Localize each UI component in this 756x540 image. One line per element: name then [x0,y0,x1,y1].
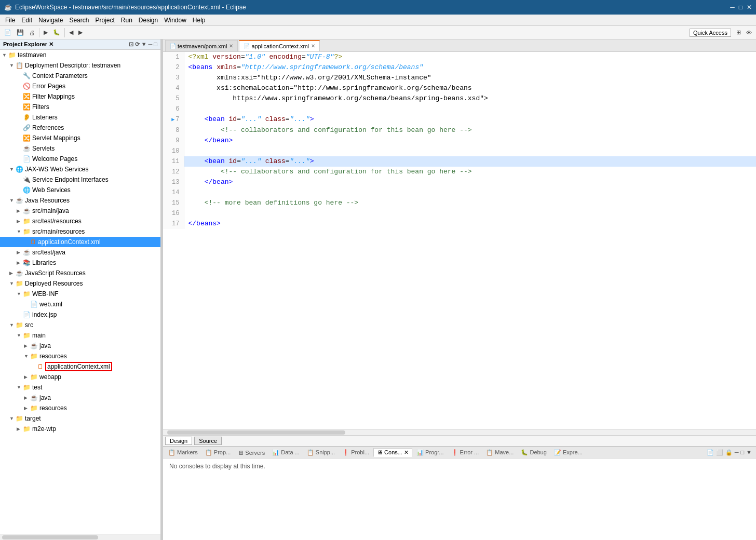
tree-item-webapp[interactable]: ▶📁webapp [0,372,160,382]
tree-item-testmaven[interactable]: ▼📁testmaven [0,50,160,60]
line-content-11[interactable]: <bean id="..." class="..."> [184,156,756,167]
tree-item-m2e-wtp[interactable]: ▶📁m2e-wtp [0,424,160,434]
tree-item-src-main-java[interactable]: ▶☕src/main/java [0,206,160,216]
sidebar-maximize-btn[interactable]: □ [154,41,157,48]
toolbar-new[interactable]: 📄 [2,28,14,37]
tree-item-sei[interactable]: 🔌Service Endpoint Interfaces [0,174,160,185]
tree-item-servlet-mappings[interactable]: 🔀Servlet Mappings [0,133,160,143]
tree-item-java-resources[interactable]: ▼☕Java Resources [0,195,160,206]
line-content-13[interactable]: </bean> [184,177,756,187]
tab-error-log[interactable]: ❗ Error ... [448,449,482,456]
line-content-1[interactable]: <?xml version="1.0" encoding="UTF-8"?> [184,52,756,62]
tree-item-deployed-resources[interactable]: ▼📁Deployed Resources [0,278,160,289]
design-tab[interactable]: Design [165,437,192,445]
tree-item-main[interactable]: ▼📁main [0,330,160,341]
menu-file[interactable]: File [2,16,18,25]
toolbar-forward[interactable]: ▶ [76,28,85,37]
editor-horizontal-scrollbar[interactable] [163,429,756,435]
pom-tab-close[interactable]: ✕ [229,43,233,49]
line-content-8[interactable]: <!-- collaborators and configuration for… [184,125,756,136]
tree-item-test[interactable]: ▼📁test [0,382,160,393]
tab-problems[interactable]: ❗ Probl... [339,449,372,456]
sidebar-collapse-btn[interactable]: ⊡ [129,41,133,48]
menu-search[interactable]: Search [66,16,92,25]
maximize-button[interactable]: □ [739,4,743,11]
sidebar-sync-btn[interactable]: ⟳ [135,41,140,48]
line-content-6[interactable] [184,104,756,114]
line-content-2[interactable]: <beans xmlns="http://www.springframework… [184,62,756,73]
menu-project[interactable]: Project [92,16,117,25]
tree-item-filter-mappings[interactable]: 🔀Filter Mappings [0,91,160,102]
line-content-16[interactable] [184,208,756,219]
bottom-minimize[interactable]: ─ [735,449,739,456]
close-button[interactable]: ✕ [747,4,752,11]
tree-item-applicationContext-src[interactable]: 🗒applicationContext.xml [0,361,160,372]
tree-item-references[interactable]: 🔗References [0,123,160,133]
tab-expressions[interactable]: 📝 Expre... [551,449,586,456]
tree-item-index-jsp[interactable]: 📄index.jsp [0,309,160,320]
sidebar-horizontal-scrollbar[interactable] [0,534,160,540]
tree-item-web-xml[interactable]: 📄web.xml [0,299,160,309]
bottom-display-selected[interactable]: ⬜ [716,449,723,456]
menu-help[interactable]: Help [190,16,209,25]
line-content-5[interactable]: https://www.springframework.org/schema/b… [184,93,756,104]
bottom-maximize[interactable]: □ [740,449,744,456]
quick-access-input[interactable]: Quick Access [690,29,731,37]
code-editor[interactable]: 1<?xml version="1.0" encoding="UTF-8"?>2… [163,52,756,429]
minimize-button[interactable]: ─ [730,4,735,11]
menu-window[interactable]: Window [161,16,190,25]
tab-data[interactable]: 📊 Data ... [269,449,303,456]
tab-maven[interactable]: 📋 Mave... [483,449,517,456]
tree-item-test-resources[interactable]: ▶📁resources [0,403,160,413]
line-content-14[interactable] [184,187,756,198]
toolbar-view[interactable]: 👁 [744,29,754,37]
source-tab[interactable]: Source [194,437,222,445]
toolbar-print[interactable]: 🖨 [27,29,37,37]
menu-navigate[interactable]: Navigate [35,16,66,25]
line-content-12[interactable]: <!-- collaborators and configuration for… [184,167,756,177]
menu-edit[interactable]: Edit [18,16,35,25]
tab-servers[interactable]: 🖥 Servers [235,449,268,456]
tab-debug[interactable]: 🐛 Debug [518,449,549,456]
tree-item-target[interactable]: ▼📁target [0,413,160,424]
tab-progress[interactable]: 📊 Progr... [413,449,447,456]
tree-item-src-test-resources[interactable]: ▶📁src/test/resources [0,216,160,226]
line-content-15[interactable]: <!-- more bean definitions go here --> [184,198,756,208]
tree-item-src-main-resources[interactable]: ▼📁src/main/resources [0,226,160,237]
tab-properties[interactable]: 📋 Prop... [202,449,234,456]
line-content-4[interactable]: xsi:schemaLocation="http://www.springfra… [184,83,756,93]
line-content-9[interactable]: </bean> [184,136,756,146]
toolbar-perspective[interactable]: ⊞ [734,28,743,37]
tree-item-error-pages[interactable]: 🚫Error Pages [0,81,160,91]
tree-item-context-parameters[interactable]: 🔧Context Parameters [0,71,160,81]
tree-item-filters[interactable]: 🔀Filters [0,102,160,112]
tree-item-servlets[interactable]: ☕Servlets [0,143,160,154]
toolbar-back[interactable]: ◀ [67,28,75,37]
sidebar-menu-btn[interactable]: ▼ [141,41,147,48]
line-content-10[interactable] [184,146,756,156]
bottom-view-menu[interactable]: ▼ [746,449,752,456]
tab-pom-xml[interactable]: 📄 testmaven/pom.xml ✕ [165,40,238,51]
toolbar-debug[interactable]: 🐛 [51,28,62,37]
tree-item-welcome-pages[interactable]: 📄Welcome Pages [0,154,160,164]
menu-design[interactable]: Design [136,16,161,25]
tree-item-javascript-resources[interactable]: ▶☕JavaScript Resources [0,268,160,278]
tree-item-src-test-java[interactable]: ▶☕src/test/java [0,247,160,258]
menu-run[interactable]: Run [118,16,136,25]
tree-item-jax-ws[interactable]: ▼🌐JAX-WS Web Services [0,164,160,174]
appctx-tab-close[interactable]: ✕ [311,43,315,49]
sidebar-minimize-btn[interactable]: ─ [148,41,153,48]
tab-console[interactable]: 🖥 Cons... ✕ [373,448,412,457]
tab-markers[interactable]: 📋 Markers [165,449,201,456]
tab-snippets[interactable]: 📋 Snipp... [304,449,338,456]
tree-item-listeners[interactable]: 👂Listeners [0,112,160,123]
tree-item-test-java[interactable]: ▶☕java [0,393,160,403]
tree-item-deployment-descriptor[interactable]: ▼📋Deployment Descriptor: testmaven [0,60,160,71]
tree-item-resources2[interactable]: ▼📁resources [0,351,160,361]
toolbar-save[interactable]: 💾 [15,28,26,37]
bottom-new-console[interactable]: 📄 [707,449,714,456]
tree-item-web-inf[interactable]: ▼📁WEB-INF [0,289,160,299]
bottom-scroll-lock[interactable]: 🔒 [725,449,733,456]
toolbar-run[interactable]: ▶ [42,28,50,37]
line-content-17[interactable]: </beans> [184,219,756,229]
